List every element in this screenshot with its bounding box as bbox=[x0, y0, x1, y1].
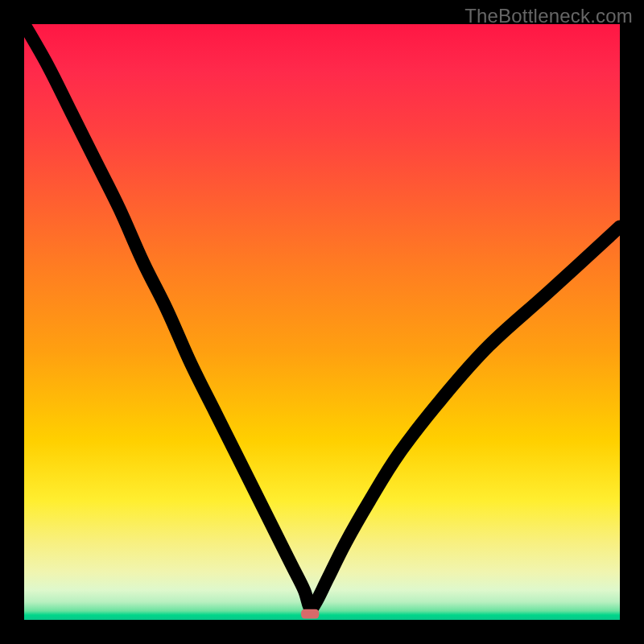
plot-area bbox=[24, 24, 620, 620]
optimal-marker bbox=[301, 609, 319, 619]
watermark-label: TheBottleneck.com bbox=[464, 5, 633, 27]
chart-frame: TheBottleneck.com bbox=[0, 0, 644, 644]
curve-layer bbox=[24, 24, 620, 620]
bottleneck-curve bbox=[24, 24, 620, 609]
